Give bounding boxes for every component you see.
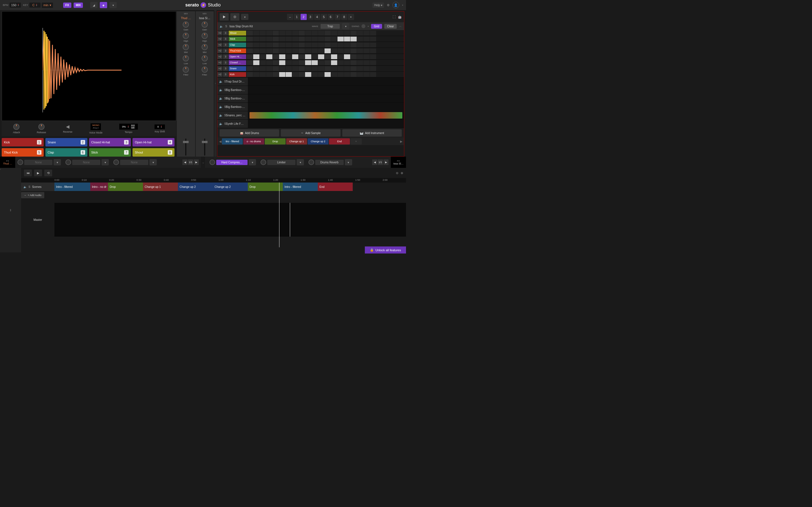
fx-next-r[interactable]: ▶ xyxy=(384,159,389,165)
step-cell[interactable] xyxy=(299,48,305,53)
step-cell[interactable] xyxy=(357,66,363,71)
step-cell[interactable] xyxy=(350,48,357,53)
fx-amount-knob[interactable] xyxy=(308,159,314,165)
step-cell[interactable] xyxy=(363,54,370,59)
scene-1[interactable]: 1 xyxy=(294,14,300,20)
key-value[interactable]: C▲▼ xyxy=(29,3,41,8)
clear-button[interactable]: Clear xyxy=(384,24,397,29)
mute-icon[interactable]: 🔈 xyxy=(219,105,223,109)
track-row[interactable]: 🔈S Big Bamboo-… xyxy=(217,86,404,94)
scene-tab-prev[interactable]: ◀ xyxy=(219,140,221,144)
step-cell[interactable] xyxy=(299,66,305,71)
track-row[interactable]: 🔈S Big Bamboo-… xyxy=(217,103,404,111)
step-cell[interactable] xyxy=(292,48,298,53)
step-cell[interactable] xyxy=(338,31,344,36)
step-cell[interactable] xyxy=(318,43,324,47)
loop-button[interactable]: ⟲ xyxy=(44,170,52,176)
triplet-button[interactable]: 3 xyxy=(223,54,228,59)
fx-amount-knob[interactable] xyxy=(209,159,215,165)
volume-fader[interactable] xyxy=(185,138,186,156)
step-cell[interactable] xyxy=(253,72,259,77)
step-cell[interactable] xyxy=(318,37,324,41)
library-icon[interactable]: ⦀ xyxy=(0,168,21,252)
step-cell[interactable] xyxy=(324,48,331,53)
drum-label[interactable]: Closed … xyxy=(229,60,246,65)
fullscreen-icon[interactable]: ⛶ xyxy=(393,15,396,18)
voice-mode-toggle[interactable]: MONOPOLY xyxy=(91,123,101,130)
step-cell[interactable] xyxy=(318,48,324,53)
step-cell[interactable] xyxy=(273,37,279,41)
scene-remove[interactable]: – xyxy=(287,14,293,20)
step-cell[interactable] xyxy=(299,54,305,59)
step-cell[interactable] xyxy=(338,60,344,65)
step-cell[interactable] xyxy=(247,54,253,59)
step-cell[interactable] xyxy=(344,60,350,65)
step-cell[interactable] xyxy=(292,37,298,41)
arrangement-clip[interactable]: Change up 2 xyxy=(213,182,248,191)
step-cell[interactable] xyxy=(299,37,305,41)
mute-icon[interactable]: 🔈 xyxy=(219,114,223,117)
step-cell[interactable] xyxy=(370,31,376,36)
step-cell[interactable] xyxy=(279,72,285,77)
step-cell[interactable] xyxy=(357,48,363,53)
mute-icon[interactable]: 🔈 xyxy=(219,122,223,126)
step-cell[interactable] xyxy=(370,37,376,41)
step-cell[interactable] xyxy=(266,48,272,53)
step-cell[interactable] xyxy=(305,60,311,65)
step-cell[interactable] xyxy=(331,54,337,59)
gear-icon[interactable]: ⚙ xyxy=(387,3,390,7)
track-row[interactable]: 🔈S Snares, perc … xyxy=(217,111,404,120)
step-cell[interactable] xyxy=(286,66,292,71)
x2-button[interactable]: ×2 xyxy=(217,66,222,71)
step-cell[interactable] xyxy=(266,66,272,71)
x2-button[interactable]: ×2 xyxy=(217,48,222,53)
step-cell[interactable] xyxy=(260,72,266,77)
step-cell[interactable] xyxy=(363,48,370,53)
triplet-button[interactable]: 3 xyxy=(223,66,228,71)
filter-knob[interactable] xyxy=(202,66,208,73)
step-cell[interactable] xyxy=(286,31,292,36)
step-cell[interactable] xyxy=(253,54,259,59)
step-cell[interactable] xyxy=(338,66,344,71)
step-cell[interactable] xyxy=(273,31,279,36)
fx-amount-knob[interactable] xyxy=(65,159,71,165)
step-cell[interactable] xyxy=(324,54,331,59)
step-cell[interactable] xyxy=(312,37,318,41)
step-cell[interactable] xyxy=(292,60,298,65)
step-cell[interactable] xyxy=(318,66,324,71)
step-cell[interactable] xyxy=(344,43,350,47)
step-cell[interactable] xyxy=(363,60,370,65)
step-cell[interactable] xyxy=(279,31,285,36)
step-cell[interactable] xyxy=(344,31,350,36)
dropdown-icon[interactable]: ▾ xyxy=(109,2,117,8)
step-cell[interactable] xyxy=(344,37,350,41)
fx-prev[interactable]: ◀ xyxy=(183,159,188,165)
step-cell[interactable] xyxy=(260,48,266,53)
playhead[interactable] xyxy=(290,203,290,237)
mute-icon[interactable]: 🔈 xyxy=(219,80,223,83)
gain-knob[interactable] xyxy=(202,21,208,27)
mute-icon[interactable]: 🔈 xyxy=(219,88,223,92)
step-cell[interactable] xyxy=(312,66,318,71)
drum-label[interactable]: Snare xyxy=(229,66,246,71)
step-cell[interactable] xyxy=(305,72,311,77)
scene-tab[interactable]: itro - filtered xyxy=(222,138,243,145)
speaker-icon[interactable]: 🔈 xyxy=(220,25,223,28)
sample-waveform[interactable] xyxy=(2,11,176,121)
mid-knob[interactable] xyxy=(202,44,208,50)
step-cell[interactable] xyxy=(247,66,253,71)
time-ruler[interactable]: 0:000:100:200:300:400:501:001:101:201:30… xyxy=(21,178,406,182)
step-cell[interactable] xyxy=(357,54,363,59)
step-cell[interactable] xyxy=(363,66,370,71)
step-cell[interactable] xyxy=(331,72,337,77)
step-cell[interactable] xyxy=(357,37,363,41)
add-sample-button[interactable]: ～ Add Sample xyxy=(281,129,340,136)
step-cell[interactable] xyxy=(305,43,311,47)
step-cell[interactable] xyxy=(350,37,357,41)
pad-thud-kick[interactable]: Thud Kick5 xyxy=(2,148,44,157)
fx-select[interactable]: None xyxy=(120,160,148,165)
step-cell[interactable] xyxy=(338,43,344,47)
step-cell[interactable] xyxy=(305,66,311,71)
drum-label[interactable]: Shout xyxy=(229,31,246,36)
x2-button[interactable]: ×2 xyxy=(217,37,222,41)
